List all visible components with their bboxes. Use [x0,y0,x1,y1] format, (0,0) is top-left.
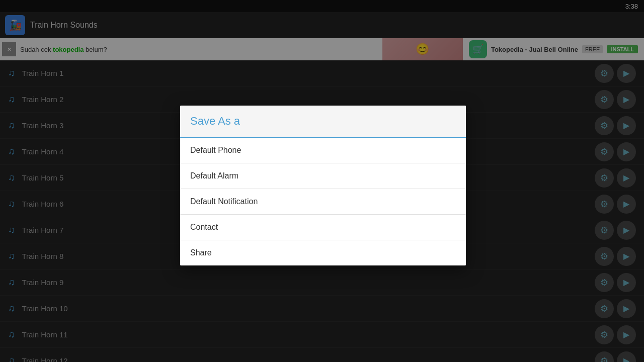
dialog-option[interactable]: Default Notification [180,189,466,215]
dialog-options: Default PhoneDefault AlarmDefault Notifi… [180,138,466,265]
dialog-option[interactable]: Share [180,240,466,265]
dialog-title: Save As a [190,115,240,127]
dialog-title-bar: Save As a [180,106,466,138]
dialog-option[interactable]: Default Phone [180,138,466,163]
dialog-option[interactable]: Contact [180,215,466,240]
dialog-option[interactable]: Default Alarm [180,163,466,189]
save-as-dialog: Save As a Default PhoneDefault AlarmDefa… [180,106,466,265]
